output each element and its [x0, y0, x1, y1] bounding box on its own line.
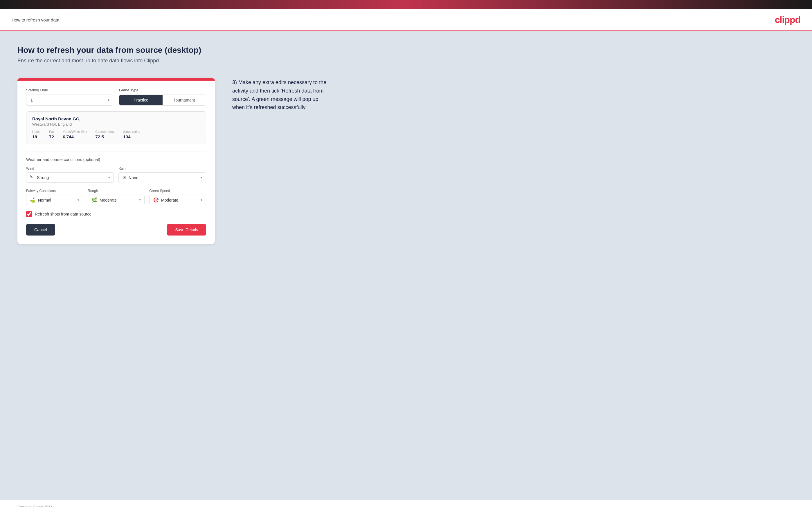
conditions-row-1: Wind 🌬 Strong ▾ Rain ☀ None ▾	[26, 167, 206, 183]
green-speed-group: Green Speed 🎯 Moderate ▾	[149, 189, 206, 205]
rain-value: None	[129, 175, 201, 180]
stat-yards: Yards/White (M)) 6,744	[63, 130, 87, 139]
par-value: 72	[49, 134, 54, 139]
stat-course-rating: Course rating 72.5	[96, 130, 115, 139]
slope-rating-label: Slope rating	[123, 130, 141, 133]
cancel-button[interactable]: Cancel	[26, 224, 55, 235]
yards-value: 6,744	[63, 134, 87, 139]
green-speed-arrow-icon: ▾	[201, 198, 202, 202]
conditions-row-2: Fairway Conditions ⛳ Normal ▾ Rough 🌿 Mo…	[26, 189, 206, 205]
refresh-checkbox-label: Refresh shots from data source	[35, 212, 92, 216]
main-content: How to refresh your data from source (de…	[0, 31, 812, 500]
rough-label: Rough	[88, 189, 145, 193]
save-button[interactable]: Save Details	[167, 224, 206, 235]
practice-button[interactable]: Practice	[119, 95, 163, 105]
fairway-arrow-icon: ▾	[78, 198, 79, 202]
page-title: How to refresh your data from source (de…	[17, 46, 795, 55]
wind-arrow-icon: ▾	[108, 176, 110, 179]
weather-section-title: Weather and course conditions (optional)	[26, 157, 206, 162]
divider	[26, 151, 206, 152]
wind-value: Strong	[37, 175, 108, 180]
tournament-button[interactable]: Tournament	[163, 95, 206, 105]
copyright-text: Copyright Clippd 2022	[17, 505, 52, 507]
course-name: Royal North Devon GC,	[32, 116, 200, 121]
green-speed-label: Green Speed	[149, 189, 206, 193]
course-info-card: Royal North Devon GC, Westward Ho!, Engl…	[26, 111, 206, 144]
page-subtitle: Ensure the correct and most up to date d…	[17, 58, 795, 64]
stat-holes: Holes 18	[32, 130, 40, 139]
rain-icon: ☀	[122, 175, 126, 180]
course-rating-value: 72.5	[96, 134, 115, 139]
fairway-label: Fairway Conditions	[26, 189, 83, 193]
fairway-select[interactable]: ⛳ Normal ▾	[26, 194, 83, 205]
rough-value: Moderate	[100, 198, 139, 203]
course-rating-label: Course rating	[96, 130, 115, 133]
yards-label: Yards/White (M))	[63, 130, 87, 133]
slope-rating-value: 134	[123, 134, 141, 139]
logo: clippd	[775, 14, 800, 25]
rain-select[interactable]: ☀ None ▾	[118, 172, 206, 183]
wind-icon: 🌬	[30, 175, 35, 180]
game-type-label: Game Type	[119, 88, 206, 92]
wind-group: Wind 🌬 Strong ▾	[26, 167, 114, 183]
rain-group: Rain ☀ None ▾	[118, 167, 206, 183]
course-stats: Holes 18 Par 72 Yards/White (M)) 6,744 C…	[32, 130, 200, 139]
green-speed-select[interactable]: 🎯 Moderate ▾	[149, 194, 206, 205]
wind-select[interactable]: 🌬 Strong ▾	[26, 172, 114, 183]
instruction-text: 3) Make any extra edits necessary to the…	[232, 78, 331, 112]
fairway-group: Fairway Conditions ⛳ Normal ▾	[26, 189, 83, 205]
par-label: Par	[49, 130, 54, 133]
top-bar	[0, 0, 812, 9]
rough-icon: 🌿	[92, 197, 97, 203]
card-top-bar	[17, 78, 215, 80]
buttons-row: Cancel Save Details	[26, 224, 206, 235]
fairway-value: Normal	[38, 198, 78, 203]
form-card: Starting Hole 1 10 ▾ Game Type Practice …	[17, 78, 215, 244]
green-speed-icon: 🎯	[153, 197, 159, 203]
starting-hole-group: Starting Hole 1 10 ▾	[26, 88, 113, 106]
rough-select[interactable]: 🌿 Moderate ▾	[88, 194, 145, 205]
stat-slope-rating: Slope rating 134	[123, 130, 141, 139]
wind-label: Wind	[26, 167, 114, 171]
footer: Copyright Clippd 2022	[0, 500, 812, 507]
holes-value: 18	[32, 134, 40, 139]
starting-hole-select[interactable]: 1 10 ▾	[26, 95, 113, 106]
stat-par: Par 72	[49, 130, 54, 139]
holes-label: Holes	[32, 130, 40, 133]
game-type-buttons: Practice Tournament	[119, 95, 206, 106]
green-speed-value: Moderate	[161, 198, 201, 203]
form-row-top: Starting Hole 1 10 ▾ Game Type Practice …	[26, 88, 206, 106]
rough-arrow-icon: ▾	[139, 198, 141, 202]
rain-label: Rain	[118, 167, 206, 171]
game-type-group: Game Type Practice Tournament	[119, 88, 206, 106]
refresh-checkbox-row: Refresh shots from data source	[26, 211, 206, 217]
refresh-checkbox[interactable]	[26, 211, 32, 217]
starting-hole-input[interactable]: 1 10	[27, 95, 113, 105]
header-title: How to refresh your data	[12, 17, 59, 22]
rain-arrow-icon: ▾	[201, 176, 202, 179]
course-location: Westward Ho!, England	[32, 122, 200, 126]
starting-hole-label: Starting Hole	[26, 88, 113, 92]
content-area: Starting Hole 1 10 ▾ Game Type Practice …	[17, 78, 795, 244]
header: How to refresh your data clippd	[0, 9, 812, 31]
rough-group: Rough 🌿 Moderate ▾	[88, 189, 145, 205]
fairway-icon: ⛳	[30, 197, 36, 203]
